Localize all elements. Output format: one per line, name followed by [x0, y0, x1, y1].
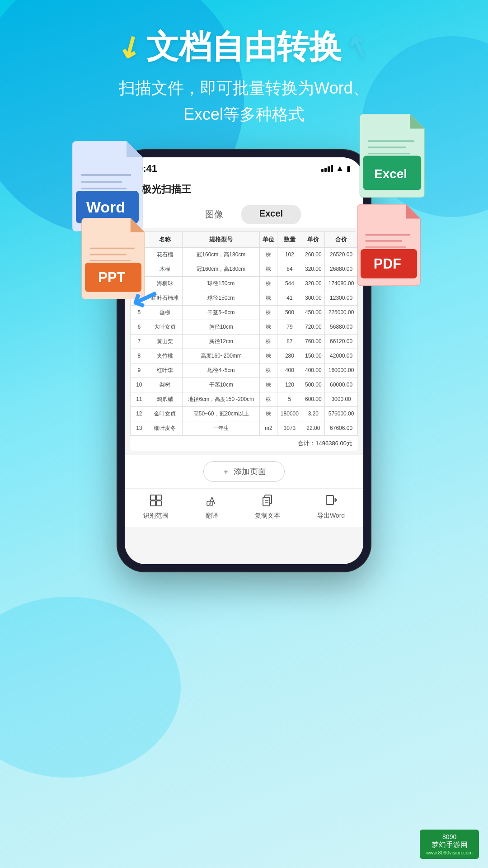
- table-cell: 576000.00: [325, 406, 358, 421]
- add-page-button[interactable]: ＋ 添加页面: [203, 461, 285, 482]
- col-header-name: 名称: [148, 231, 182, 247]
- app-title: 极光扫描王: [141, 183, 191, 196]
- add-page-section: ＋ 添加页面: [125, 455, 363, 488]
- table-cell: 79: [277, 320, 302, 334]
- signal-bar-2: [324, 168, 327, 172]
- signal-bar-3: [328, 166, 330, 172]
- table-row: 3海桐球球径150cm株544320.00174080.00: [131, 276, 358, 291]
- table-content: 序号 名称 规格型号 单位 数量 单价 合价 1花石榴冠160cm，高180cm…: [130, 231, 358, 451]
- bottom-nav: 识别范围 A 文 翻译: [125, 488, 363, 527]
- table-cell: 300.00: [302, 291, 325, 305]
- table-cell: 株: [260, 377, 277, 392]
- table-cell: 株: [260, 305, 277, 320]
- table-cell: 株: [260, 392, 277, 406]
- battery-icon: ▮: [347, 164, 351, 173]
- data-table: 序号 名称 规格型号 单位 数量 单价 合价 1花石榴冠160cm，高180cm…: [130, 231, 358, 436]
- phone-with-icons: Word Excel: [117, 150, 371, 571]
- col-header-qty: 数量: [277, 231, 302, 247]
- svg-rect-22: [156, 495, 161, 500]
- table-cell: 12300.00: [325, 291, 358, 305]
- signal-bar-4: [331, 165, 333, 172]
- add-icon: ＋: [222, 466, 230, 477]
- table-cell: 梨树: [148, 377, 182, 392]
- table-cell: 株: [260, 334, 277, 349]
- tabs-bar: 图像 Excel: [125, 201, 363, 228]
- table-cell: 280: [277, 349, 302, 363]
- nav-export-word[interactable]: 导出Word: [317, 494, 345, 520]
- table-row: 12金叶女贞高50~60，冠20cm以上株1800003.20576000.00: [131, 406, 358, 421]
- table-cell: 株: [260, 406, 277, 421]
- table-cell: 冠160cm，高180cm: [183, 262, 260, 276]
- export-word-icon: [325, 494, 338, 510]
- table-cell: 84: [277, 262, 302, 276]
- table-row: 13细叶麦冬一年生m2307322.0067606.00: [131, 421, 358, 435]
- table-cell: 400: [277, 363, 302, 377]
- table-cell: 66120.00: [325, 334, 358, 349]
- nav-copy-text[interactable]: 复制文本: [255, 494, 280, 520]
- table-cell: 株: [260, 262, 277, 276]
- table-cell: 26880.00: [325, 262, 358, 276]
- phone-mockup: 9:41 ▲ ▮ ‹ 极光扫描王: [117, 150, 371, 571]
- table-cell: 大叶女贞: [148, 320, 182, 334]
- table-cell: 胸径12cm: [183, 334, 260, 349]
- table-cell: 180000: [277, 406, 302, 421]
- table-row: 2木槿冠160cm，高180cm株84320.0026880.00: [131, 262, 358, 276]
- table-row: 5垂柳干茎5~6cm株500450.00225000.00: [131, 305, 358, 320]
- table-cell: 高度160~200mm: [183, 349, 260, 363]
- table-cell: 56880.00: [325, 320, 358, 334]
- table-cell: 3000.00: [325, 392, 358, 406]
- copy-text-icon: [261, 494, 274, 510]
- add-page-label: 添加页面: [234, 466, 266, 477]
- app-header: ‹ 极光扫描王: [125, 178, 363, 201]
- table-cell: 13: [131, 421, 148, 435]
- table-cell: 26520.00: [325, 247, 358, 262]
- table-cell: 干茎10cm: [183, 377, 260, 392]
- table-cell: 木槿: [148, 262, 182, 276]
- nav-identify-range[interactable]: 识别范围: [143, 494, 169, 520]
- svg-rect-32: [326, 495, 333, 505]
- col-header-price: 单价: [302, 231, 325, 247]
- watermark-line1: 8090: [426, 833, 473, 840]
- svg-rect-24: [156, 501, 161, 506]
- table-cell: 150.00: [302, 349, 325, 363]
- table-total: 合计：1496386.00元: [130, 436, 358, 451]
- tab-image[interactable]: 图像: [187, 205, 241, 224]
- nav-translate[interactable]: A 文 翻译: [206, 494, 218, 520]
- svg-text:文: 文: [207, 500, 212, 506]
- table-cell: 7: [131, 334, 148, 349]
- table-cell: 地径4~5cm: [183, 363, 260, 377]
- table-cell: 720.00: [302, 320, 325, 334]
- status-bar: 9:41 ▲ ▮: [125, 157, 363, 178]
- table-cell: 12: [131, 406, 148, 421]
- table-cell: 株: [260, 320, 277, 334]
- table-cell: 320.00: [302, 276, 325, 291]
- table-cell: 细叶麦冬: [148, 421, 182, 435]
- svg-text:Excel: Excel: [374, 167, 407, 181]
- excel-icon-float: Excel: [359, 114, 429, 199]
- table-cell: 干茎5~6cm: [183, 305, 260, 320]
- table-cell: 球径150cm: [183, 276, 260, 291]
- identify-range-icon: [150, 494, 162, 510]
- table-cell: 鸡爪槭: [148, 392, 182, 406]
- translate-icon: A 文: [206, 494, 218, 510]
- table-row: 6大叶女贞胸径10cm株79720.0056880.00: [131, 320, 358, 334]
- nav-copy-label: 复制文本: [255, 512, 280, 520]
- table-cell: 120: [277, 377, 302, 392]
- tab-excel[interactable]: Excel: [241, 205, 301, 224]
- table-row: 11鸡爪槭地径6cm，高度150~200cm株5600.003000.00: [131, 392, 358, 406]
- table-cell: 174080.00: [325, 276, 358, 291]
- table-cell: 株: [260, 247, 277, 262]
- table-row: 1花石榴冠160cm，高180cm株102260.0026520.00: [131, 247, 358, 262]
- table-cell: 花石榴: [148, 247, 182, 262]
- nav-translate-label: 翻译: [206, 512, 218, 520]
- table-cell: 42000.00: [325, 349, 358, 363]
- table-cell: 11: [131, 392, 148, 406]
- table-cell: 225000.00: [325, 305, 358, 320]
- svg-text:PDF: PDF: [374, 256, 401, 271]
- svg-text:PPT: PPT: [99, 269, 126, 285]
- col-header-spec: 规格型号: [183, 231, 260, 247]
- watermark-line2: 梦幻手游网: [426, 840, 473, 850]
- table-cell: 一年生: [183, 421, 260, 435]
- table-row: 10梨树干茎10cm株120500.0060000.00: [131, 377, 358, 392]
- table-cell: 500: [277, 305, 302, 320]
